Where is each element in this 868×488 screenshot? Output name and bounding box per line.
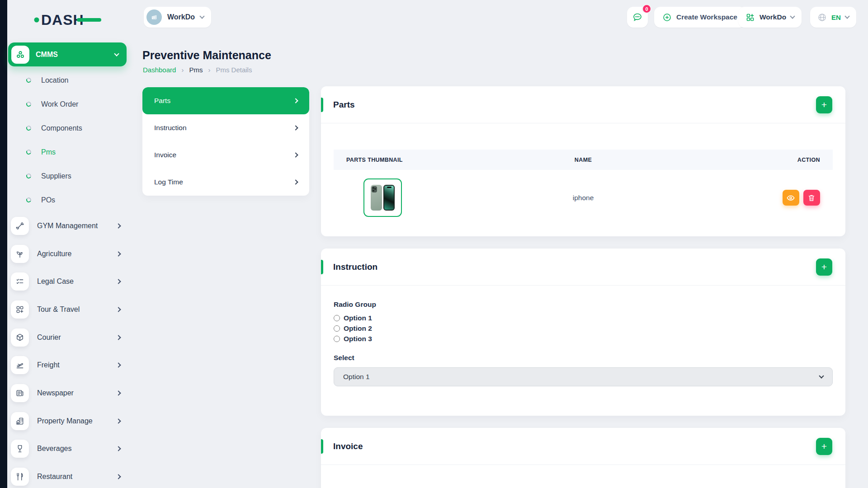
iphone-back-image (371, 185, 382, 211)
beverages-icon (11, 440, 29, 458)
tab-parts[interactable]: Parts (142, 87, 309, 114)
chevron-right-icon (116, 363, 121, 368)
radio-option-1[interactable]: Option 1 (334, 314, 833, 322)
select-value: Option 1 (343, 373, 370, 381)
breadcrumb-pms[interactable]: Pms (189, 66, 203, 74)
tab-invoice[interactable]: Invoice (142, 141, 309, 169)
chevron-down-icon (819, 373, 824, 378)
select-label: Select (334, 354, 833, 362)
detail-tabs: Parts Instruction Invoice Log Time (142, 87, 309, 196)
sidebar-item-suppliers[interactable]: Suppliers (7, 164, 133, 188)
app-window: DASH CMMS Location Work Order (0, 0, 868, 488)
sidebar-item-pms[interactable]: Pms (7, 140, 133, 164)
chevron-right-icon (293, 152, 298, 157)
delete-part-button[interactable] (803, 190, 820, 206)
view-part-button[interactable] (783, 190, 799, 206)
trash-icon (807, 194, 816, 202)
restaurant-icon (11, 468, 29, 486)
chevron-right-icon (116, 390, 121, 395)
messages-button[interactable]: 0 (627, 7, 648, 28)
bullet-icon (26, 197, 32, 203)
sidebar: DASH CMMS Location Work Order (7, 0, 133, 488)
radio-option-2[interactable]: Option 2 (334, 324, 833, 333)
tab-instruction[interactable]: Instruction (142, 114, 309, 141)
breadcrumb-dashboard[interactable]: Dashboard (143, 66, 176, 74)
sidebar-item-cmms[interactable]: CMMS (8, 42, 127, 66)
sidebar-item-pos[interactable]: POs (7, 188, 133, 212)
chevron-right-icon (116, 307, 121, 312)
bullet-icon (26, 77, 32, 83)
breadcrumb-separator: › (181, 66, 184, 74)
sidebar-modules: GYM Management Agriculture Legal (7, 212, 133, 488)
radio-input-1[interactable] (334, 315, 340, 321)
sidebar-item-tour-travel[interactable]: Tour & Travel (7, 296, 133, 324)
sidebar-item-label: CMMS (36, 51, 108, 59)
chevron-right-icon (116, 446, 121, 451)
radio-option-3[interactable]: Option 3 (334, 335, 833, 343)
sidebar-item-gym-management[interactable]: GYM Management (7, 212, 133, 240)
cmms-icon (11, 46, 29, 64)
sidebar-item-newspaper[interactable]: Newspaper (7, 379, 133, 407)
workspace-avatar (146, 9, 162, 25)
part-thumbnail[interactable] (363, 178, 402, 217)
language-selector[interactable]: EN (810, 7, 856, 28)
parts-table-header: PARTS THUMBNAIL NAME ACTION (334, 150, 833, 170)
chevron-down-icon (844, 14, 849, 19)
iphone-front-image (383, 185, 395, 211)
sidebar-item-property-manage[interactable]: Property Manage (7, 407, 133, 435)
chevron-right-icon (293, 179, 298, 184)
chevron-down-icon (199, 14, 204, 19)
page-title: Preventive Maintenance (142, 49, 271, 62)
bullet-icon (26, 125, 32, 131)
property-icon (11, 412, 29, 430)
chevron-right-icon (293, 98, 298, 103)
add-instruction-button[interactable]: + (816, 258, 832, 276)
workspace-switcher[interactable]: WorkDo (144, 7, 211, 28)
breadcrumb-current: Pms Details (216, 66, 252, 74)
eye-icon (786, 193, 795, 202)
grid-plus-icon (745, 13, 755, 22)
workdo-apps-button[interactable]: WorkDo (738, 7, 802, 28)
chat-icon (632, 12, 643, 23)
sidebar-item-beverages[interactable]: Beverages (7, 435, 133, 463)
bullet-icon (26, 101, 32, 107)
sidebar-item-agriculture[interactable]: Agriculture (7, 240, 133, 268)
add-part-button[interactable]: + (816, 96, 832, 113)
sidebar-item-work-order[interactable]: Work Order (7, 92, 133, 116)
sidebar-item-location[interactable]: Location (7, 68, 133, 92)
chevron-right-icon (116, 251, 121, 256)
radio-group: Option 1 Option 2 Option 3 (334, 314, 833, 343)
dash-logo[interactable]: DASH (33, 10, 102, 29)
radio-input-3[interactable] (334, 336, 340, 342)
create-workspace-button[interactable]: Create Workspace (654, 7, 745, 28)
parts-table: PARTS THUMBNAIL NAME ACTION iphone (334, 150, 833, 228)
option-select[interactable]: Option 1 (334, 367, 833, 386)
newspaper-icon (11, 384, 29, 402)
sidebar-item-freight[interactable]: Freight (7, 351, 133, 379)
section-accent-bar (321, 439, 323, 454)
chevron-right-icon (293, 125, 298, 130)
tab-log-time[interactable]: Log Time (142, 169, 309, 196)
workspace-name: WorkDo (167, 13, 195, 21)
table-row: iphone (334, 170, 833, 228)
agriculture-icon (11, 245, 29, 263)
globe-icon (817, 13, 827, 22)
sidebar-item-legal-case[interactable]: Legal Case (7, 267, 133, 296)
chevron-right-icon (116, 474, 121, 479)
section-accent-bar (321, 98, 323, 112)
sidebar-item-courier[interactable]: Courier (7, 324, 133, 352)
dash-logo-icon: DASH (33, 10, 102, 29)
bullet-icon (26, 173, 32, 179)
sidebar-item-components[interactable]: Components (7, 116, 133, 140)
invoice-header: Invoice + (321, 428, 845, 465)
radio-input-2[interactable] (334, 325, 340, 332)
chevron-right-icon (116, 279, 121, 284)
part-name: iphone (483, 194, 683, 202)
section-accent-bar (321, 260, 323, 274)
sidebar-item-restaurant[interactable]: Restaurant (7, 463, 133, 488)
instruction-header: Instruction + (321, 249, 845, 286)
chevron-right-icon (116, 418, 121, 423)
add-invoice-button[interactable]: + (816, 438, 832, 455)
radio-group-label: Radio Group (334, 300, 833, 309)
parts-section: Parts + PARTS THUMBNAIL NAME ACTION ipho… (321, 86, 845, 236)
